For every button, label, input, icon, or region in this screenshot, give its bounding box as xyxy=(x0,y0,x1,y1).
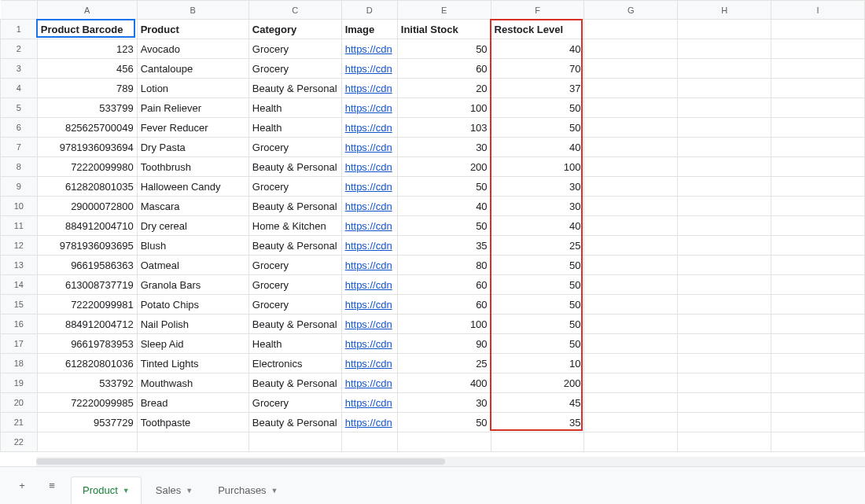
image-link[interactable]: https://cdn xyxy=(345,63,392,75)
col-header-I[interactable]: I xyxy=(771,1,865,20)
cell-H21[interactable] xyxy=(678,413,771,432)
cell-D3[interactable]: https://cdn xyxy=(341,59,397,79)
cell-G1[interactable] xyxy=(584,20,678,39)
cell-I20[interactable] xyxy=(771,393,865,413)
cell-C9[interactable]: Grocery xyxy=(248,177,341,197)
cell-D5[interactable]: https://cdn xyxy=(341,98,397,118)
cell-A22[interactable] xyxy=(37,432,137,452)
cell-A20[interactable]: 72220099985 xyxy=(37,393,137,413)
image-link[interactable]: https://cdn xyxy=(345,43,392,55)
cell-E7[interactable]: 30 xyxy=(397,138,491,157)
cell-H8[interactable] xyxy=(678,157,771,177)
cell-F4[interactable]: 37 xyxy=(491,79,584,98)
col-header-B[interactable]: B xyxy=(137,1,248,20)
select-all-corner[interactable] xyxy=(1,1,38,20)
col-header-F[interactable]: F xyxy=(491,1,584,20)
cell-F20[interactable]: 45 xyxy=(491,393,584,413)
cell-D12[interactable]: https://cdn xyxy=(341,236,397,256)
cell-B21[interactable]: Toothpaste xyxy=(137,413,248,432)
cell-E16[interactable]: 100 xyxy=(397,315,491,334)
row-header-3[interactable]: 3 xyxy=(1,59,38,79)
cell-D17[interactable]: https://cdn xyxy=(341,334,397,354)
cell-A9[interactable]: 612820801035 xyxy=(37,177,137,197)
cell-E20[interactable]: 30 xyxy=(397,393,491,413)
cell-C19[interactable]: Beauty & Personal xyxy=(248,373,341,393)
cell-C18[interactable]: Electronics xyxy=(248,354,341,373)
cell-G18[interactable] xyxy=(584,354,678,373)
col-header-G[interactable]: G xyxy=(584,1,678,20)
cell-H2[interactable] xyxy=(678,39,771,59)
cell-B11[interactable]: Dry cereal xyxy=(137,216,248,236)
cell-B15[interactable]: Potato Chips xyxy=(137,295,248,315)
cell-C22[interactable] xyxy=(248,432,341,452)
cell-B13[interactable]: Oatmeal xyxy=(137,256,248,275)
cell-E14[interactable]: 60 xyxy=(397,275,491,295)
cell-F5[interactable]: 50 xyxy=(491,98,584,118)
cell-H15[interactable] xyxy=(678,295,771,315)
cell-G20[interactable] xyxy=(584,393,678,413)
col-header-C[interactable]: C xyxy=(248,1,341,20)
chevron-down-icon[interactable]: ▼ xyxy=(271,487,278,495)
image-link[interactable]: https://cdn xyxy=(345,279,392,291)
cell-C12[interactable]: Beauty & Personal xyxy=(248,236,341,256)
cell-E6[interactable]: 103 xyxy=(397,118,491,138)
cell-F17[interactable]: 50 xyxy=(491,334,584,354)
cell-A18[interactable]: 612820801036 xyxy=(37,354,137,373)
image-link[interactable]: https://cdn xyxy=(345,102,392,114)
cell-F14[interactable]: 50 xyxy=(491,275,584,295)
cell-G17[interactable] xyxy=(584,334,678,354)
cell-C5[interactable]: Health xyxy=(248,98,341,118)
cell-H12[interactable] xyxy=(678,236,771,256)
cell-I7[interactable] xyxy=(771,138,865,157)
cell-E2[interactable]: 50 xyxy=(397,39,491,59)
cell-G15[interactable] xyxy=(584,295,678,315)
cell-H20[interactable] xyxy=(678,393,771,413)
cell-I15[interactable] xyxy=(771,295,865,315)
cell-G9[interactable] xyxy=(584,177,678,197)
cell-B14[interactable]: Granola Bars xyxy=(137,275,248,295)
cell-E3[interactable]: 60 xyxy=(397,59,491,79)
cell-A13[interactable]: 96619586363 xyxy=(37,256,137,275)
cell-H5[interactable] xyxy=(678,98,771,118)
cell-H1[interactable] xyxy=(678,20,771,39)
cell-F21[interactable]: 35 xyxy=(491,413,584,432)
cell-B7[interactable]: Dry Pasta xyxy=(137,138,248,157)
cell-I13[interactable] xyxy=(771,256,865,275)
cell-G3[interactable] xyxy=(584,59,678,79)
cell-H16[interactable] xyxy=(678,315,771,334)
cell-A7[interactable]: 9781936093694 xyxy=(37,138,137,157)
cell-C4[interactable]: Beauty & Personal xyxy=(248,79,341,98)
cell-I6[interactable] xyxy=(771,118,865,138)
image-link[interactable]: https://cdn xyxy=(345,220,392,232)
image-link[interactable]: https://cdn xyxy=(345,358,392,370)
cell-C17[interactable]: Health xyxy=(248,334,341,354)
cell-F22[interactable] xyxy=(491,432,584,452)
cell-B22[interactable] xyxy=(137,432,248,452)
cell-D16[interactable]: https://cdn xyxy=(341,315,397,334)
cell-B18[interactable]: Tinted Lights xyxy=(137,354,248,373)
cell-H3[interactable] xyxy=(678,59,771,79)
cell-A6[interactable]: 825625700049 xyxy=(37,118,137,138)
cell-C20[interactable]: Grocery xyxy=(248,393,341,413)
cell-E1[interactable]: Initial Stock xyxy=(397,20,491,39)
cell-H13[interactable] xyxy=(678,256,771,275)
cell-C2[interactable]: Grocery xyxy=(248,39,341,59)
cell-F6[interactable]: 50 xyxy=(491,118,584,138)
cell-I12[interactable] xyxy=(771,236,865,256)
cell-D1[interactable]: Image xyxy=(341,20,397,39)
row-header-13[interactable]: 13 xyxy=(1,256,38,275)
cell-B4[interactable]: Lotion xyxy=(137,79,248,98)
cell-I19[interactable] xyxy=(771,373,865,393)
image-link[interactable]: https://cdn xyxy=(345,338,392,350)
cell-G22[interactable] xyxy=(584,432,678,452)
cell-I21[interactable] xyxy=(771,413,865,432)
cell-E8[interactable]: 200 xyxy=(397,157,491,177)
cell-C10[interactable]: Beauty & Personal xyxy=(248,197,341,216)
cell-H18[interactable] xyxy=(678,354,771,373)
cell-D6[interactable]: https://cdn xyxy=(341,118,397,138)
cell-E19[interactable]: 400 xyxy=(397,373,491,393)
row-header-16[interactable]: 16 xyxy=(1,315,38,334)
cell-D9[interactable]: https://cdn xyxy=(341,177,397,197)
cell-H7[interactable] xyxy=(678,138,771,157)
image-link[interactable]: https://cdn xyxy=(345,377,392,389)
